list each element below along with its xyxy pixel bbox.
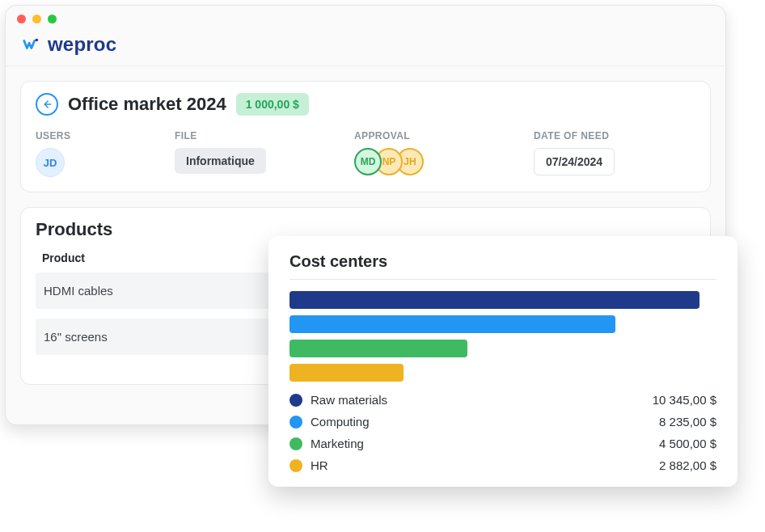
legend-dot-icon	[290, 459, 302, 472]
page-title: Office market 2024	[68, 94, 226, 115]
cost-centers-title: Cost centers	[290, 252, 716, 271]
legend-dot-icon	[290, 416, 302, 429]
legend-dot-icon	[290, 394, 302, 407]
window-close-icon[interactable]	[17, 15, 26, 23]
summary-card: Office market 2024 1 000,00 $ USERS JD F…	[20, 81, 711, 192]
legend-value: 8 235,00 $	[659, 415, 716, 429]
product-name: 16" screens	[44, 330, 197, 344]
legend-name: Raw materials	[311, 393, 387, 407]
legend-name: Computing	[311, 415, 370, 429]
title-row: Office market 2024 1 000,00 $	[36, 93, 695, 116]
date-column: DATE OF NEED 07/24/2024	[534, 130, 615, 177]
product-name: HDMI cables	[44, 284, 197, 298]
legend-row: Marketing4 500,00 $	[290, 437, 716, 450]
chart-bar	[290, 364, 404, 382]
window-titlebar	[6, 6, 725, 32]
brand-name: weproc	[48, 33, 116, 56]
back-button[interactable]	[36, 93, 58, 116]
chart-bar	[290, 291, 699, 309]
file-chip[interactable]: Informatique	[175, 148, 266, 174]
file-label: FILE	[175, 130, 312, 141]
approval-label: APPROVAL	[354, 130, 492, 141]
divider	[290, 279, 716, 280]
svg-point-0	[36, 39, 39, 42]
date-chip[interactable]: 07/24/2024	[534, 148, 615, 175]
date-label: DATE OF NEED	[534, 130, 615, 141]
brand-bar: weproc	[6, 32, 725, 66]
window-maximize-icon[interactable]	[48, 15, 57, 23]
user-avatar[interactable]: JD	[36, 148, 65, 177]
brand-logo-icon	[22, 36, 40, 53]
chart-bar	[290, 340, 467, 357]
legend-dot-icon	[290, 437, 302, 450]
approver-avatar[interactable]: MD	[354, 148, 382, 175]
file-column: FILE Informatique	[175, 130, 312, 177]
budget-badge: 1 000,00 $	[236, 93, 309, 116]
approvers-row: MD NP JH	[354, 148, 492, 175]
legend-value: 4 500,00 $	[659, 437, 716, 450]
legend-name: Marketing	[311, 437, 364, 450]
arrow-left-icon	[41, 99, 53, 110]
legend-row: HR2 882,00 $	[290, 458, 716, 472]
legend-value: 2 882,00 $	[659, 458, 716, 472]
legend-name: HR	[311, 458, 328, 472]
cost-centers-card: Cost centers Raw materials10 345,00 $Com…	[268, 236, 738, 487]
chart-bar	[290, 315, 615, 333]
cost-centers-legend: Raw materials10 345,00 $Computing8 235,0…	[290, 393, 716, 472]
legend-value: 10 345,00 $	[653, 393, 716, 407]
approval-column: APPROVAL MD NP JH	[354, 130, 492, 177]
meta-row: USERS JD FILE Informatique APPROVAL MD N…	[36, 130, 695, 177]
legend-row: Raw materials10 345,00 $	[290, 393, 716, 407]
legend-row: Computing8 235,00 $	[290, 415, 716, 429]
users-column: USERS JD	[36, 130, 133, 177]
users-label: USERS	[36, 130, 133, 141]
cost-centers-bars	[290, 291, 716, 382]
products-col-product: Product	[42, 251, 196, 264]
window-minimize-icon[interactable]	[32, 15, 41, 23]
